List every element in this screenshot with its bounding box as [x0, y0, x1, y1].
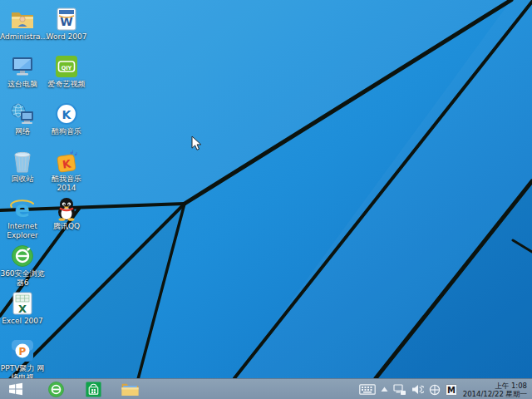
- desktop-icon-iqiyi[interactable]: QIY 爱奇艺视频: [44, 54, 89, 89]
- svg-text:M: M: [447, 385, 456, 394]
- excel-icon: X: [10, 291, 35, 316]
- desktop-icon-this-pc[interactable]: 这台电脑: [0, 54, 45, 89]
- qq-penguin-icon: [54, 196, 79, 221]
- user-folder-icon: [10, 7, 35, 32]
- svg-text:X: X: [18, 303, 27, 315]
- icon-label: Administra...: [0, 32, 45, 42]
- taskbar-file-explorer-button[interactable]: [117, 379, 142, 399]
- chevron-up-icon: [381, 387, 388, 392]
- desktop-icon-360-browser[interactable]: 360安全浏览 器6: [0, 244, 45, 288]
- icon-label: Internet Explorer: [0, 222, 45, 240]
- icon-label: Excel 2007: [0, 317, 45, 326]
- iqiyi-icon: QIY: [54, 54, 79, 79]
- desktop-icon-qq[interactable]: 腾讯QQ: [44, 196, 89, 231]
- windows-logo-icon: [7, 381, 24, 397]
- ime-m-icon: M: [446, 384, 457, 396]
- ime-mode-indicator[interactable]: M: [443, 379, 460, 399]
- desktop-icon-word-2007[interactable]: W Word 2007: [44, 7, 89, 42]
- volume-icon[interactable]: [409, 379, 426, 399]
- icon-label: 腾讯QQ: [44, 222, 89, 231]
- taskbar-clock[interactable]: 上午 1:08 2014/12/22 星期一: [460, 382, 532, 398]
- taskbar-windows-store-button[interactable]: [81, 379, 106, 399]
- pptv-icon: P: [10, 338, 35, 363]
- desktop-icon-kugou[interactable]: K 酷狗音乐: [44, 101, 89, 136]
- computer-icon: [10, 54, 35, 79]
- icon-label: 酷狗音乐: [44, 127, 89, 136]
- taskbar: M 上午 1:08 2014/12/22 星期一: [0, 378, 532, 399]
- clock-date: 2014/12/22 星期一: [463, 390, 527, 398]
- desktop-icon-recycle-bin[interactable]: 回收站: [0, 149, 45, 184]
- system-tray: M 上午 1:08 2014/12/22 星期一: [357, 379, 532, 399]
- desktop-icon-pptv[interactable]: P PPTV聚力 网 络电视: [0, 338, 45, 382]
- icon-label: 这台电脑: [0, 80, 45, 89]
- icon-label: Word 2007: [44, 32, 89, 42]
- svg-text:P: P: [19, 346, 27, 357]
- kugou-icon: K: [54, 101, 79, 126]
- svg-text:QIY: QIY: [62, 65, 72, 71]
- language-globe-icon[interactable]: [426, 379, 443, 399]
- network-icon: [10, 101, 35, 126]
- recycle-bin-icon: [10, 149, 35, 174]
- 360-browser-icon: [47, 381, 65, 398]
- show-hidden-icons-button[interactable]: [378, 379, 391, 399]
- desktop-icon-internet-explorer[interactable]: e Internet Explorer: [0, 196, 45, 240]
- icon-label: 网络: [0, 127, 45, 136]
- word-icon: W: [54, 7, 79, 32]
- desktop-icon-network[interactable]: 网络: [0, 101, 45, 136]
- icon-label: 爱奇艺视频: [44, 80, 89, 89]
- desktop-icon-administrator[interactable]: Administra...: [0, 7, 45, 42]
- network-status-icon[interactable]: [391, 379, 409, 399]
- file-explorer-icon: [121, 381, 140, 398]
- icon-label: 360安全浏览 器6: [0, 269, 45, 288]
- icon-label: 酷我音乐 2014: [44, 175, 89, 193]
- desktop-icon-excel-2007[interactable]: X Excel 2007: [0, 291, 45, 326]
- ie-icon: e: [10, 196, 35, 221]
- start-button[interactable]: [3, 379, 28, 399]
- clock-time: 上午 1:08: [463, 382, 527, 390]
- svg-text:K: K: [62, 108, 72, 121]
- desktop-icon-kuwo[interactable]: K 酷我音乐 2014: [44, 149, 89, 193]
- kuwo-icon: K: [54, 149, 79, 174]
- icon-label: 回收站: [0, 175, 45, 184]
- taskbar-360-browser-button[interactable]: [43, 379, 68, 399]
- windows-store-icon: [85, 381, 102, 398]
- touch-keyboard-icon[interactable]: [357, 379, 378, 399]
- 360-browser-icon: [10, 244, 35, 268]
